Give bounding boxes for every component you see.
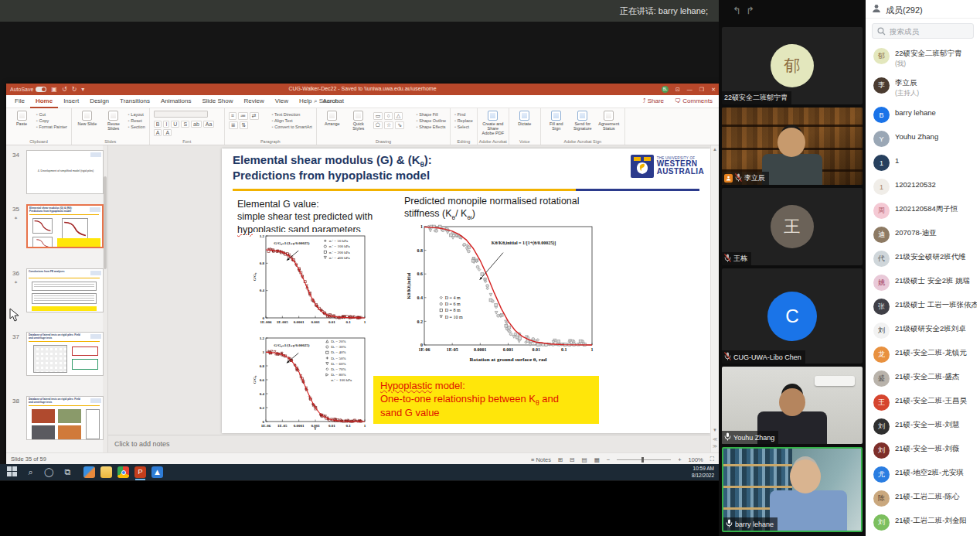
member-row[interactable]: 周1202120584周子恒 (866, 200, 980, 224)
shape-button[interactable]: ⇅ (240, 121, 249, 129)
font-button-A[interactable]: A (163, 129, 172, 136)
ribbon-button-reuse-slides[interactable]: Reuse Slides (102, 111, 125, 131)
ribbon-button-text-direction[interactable]: Text Direction (272, 112, 312, 117)
menu-tab-design[interactable]: Design (84, 95, 114, 108)
member-row[interactable]: 张21级硕士 工岩一班张依杰 (866, 295, 980, 319)
ribbon-button-new-slide[interactable]: New Slide (76, 111, 99, 126)
view-normal-icon[interactable]: ⊞ (558, 456, 563, 463)
zoom-slider[interactable] (617, 459, 671, 460)
view-slideshow-icon[interactable]: ▦ (594, 456, 600, 463)
slide-thumbnail-38[interactable]: Database of lateral tests on rigid piles… (26, 396, 104, 440)
ribbon-button-select[interactable]: Select (454, 125, 473, 129)
share-button[interactable]: ⤴ Share (642, 97, 664, 104)
member-row[interactable]: 迪207078-迪亚 (866, 224, 980, 248)
ribbon-button-find[interactable]: Find (454, 112, 473, 117)
menu-tab-insert[interactable]: Insert (58, 95, 84, 108)
cortana-icon[interactable]: ◯ (43, 466, 55, 478)
ribbon-button-quick-styles[interactable]: Quick Styles (347, 111, 370, 131)
member-row[interactable]: 刘21硕-工岩二班-刘金阳 (866, 511, 980, 535)
ribbon-button-copy[interactable]: Copy (36, 118, 67, 123)
font-button-S[interactable]: S (181, 121, 189, 128)
shape-button[interactable]: ⇄ (250, 112, 259, 120)
member-row[interactable]: 郁22硕安全二班郁宁胄(我) (866, 45, 980, 74)
ribbon-button-section[interactable]: Section (128, 125, 145, 129)
taskbar-clock[interactable]: 10:59 AM 8/12/2022 (692, 466, 714, 479)
font-button-Aa[interactable]: Aa (203, 121, 215, 128)
member-row[interactable]: 11 (866, 152, 980, 176)
slide-thumbnail-35[interactable]: Elemental shear modulus (G) & (Kθ): Pred… (26, 204, 104, 248)
restore-button[interactable]: ❐ (699, 87, 704, 93)
app-icon-tencent[interactable] (83, 466, 95, 478)
shape-button[interactable]: △ (394, 112, 403, 120)
video-tile-1[interactable]: 郁22硕安全二班郁宁胄 (722, 27, 863, 104)
view-reading-icon[interactable]: ▤ (582, 456, 587, 463)
slide-thumbnail-34[interactable]: 4. Development of simplified model (rigi… (26, 150, 104, 194)
prev-next-slide-buttons[interactable]: ≪≫ (713, 436, 717, 449)
slide-thumbnail-37[interactable]: Database of lateral tests on rigid piles… (26, 332, 104, 376)
shape-button[interactable]: ▭ (373, 112, 383, 120)
menu-tab-home[interactable]: Home (30, 95, 58, 108)
member-row[interactable]: 代21级安全硕研2班代维 (866, 248, 980, 271)
video-tile-3[interactable]: 王王栋 (722, 188, 863, 265)
fit-to-window-icon[interactable]: ⛶ (710, 456, 714, 463)
app-icon-powerpoint[interactable]: P (134, 466, 146, 478)
zoom-level[interactable]: 100% (689, 456, 703, 463)
menu-tab-animations[interactable]: Animations (155, 95, 197, 108)
ribbon-button-reset[interactable]: Reset (128, 118, 145, 123)
ribbon-button-arrange[interactable]: Arrange (321, 111, 344, 126)
video-tile-2[interactable]: 李立辰 (722, 108, 863, 185)
ribbon-button-cut[interactable]: Cut (36, 112, 67, 117)
scroll-down-icon[interactable]: ▼ (713, 428, 717, 432)
zoom-in-icon[interactable]: + (678, 456, 681, 463)
ribbon-button-layout[interactable]: Layout (128, 112, 145, 117)
shape-button[interactable]: ☆ (384, 121, 393, 129)
app-icon-file-explorer[interactable] (100, 466, 112, 478)
ribbon-button-fill-and-sign[interactable]: Fill and Sign (545, 111, 568, 131)
member-row[interactable]: 李李立辰(主持人) (866, 74, 980, 104)
member-list[interactable]: 郁22硕安全二班郁宁胄(我)李李立辰(主持人)Bbarry lehaneYYou… (866, 45, 980, 536)
video-tile-5[interactable]: >Youhu Zhang (722, 367, 863, 444)
menu-tab-review[interactable]: Review (238, 95, 269, 108)
task-view-icon[interactable]: ⧉ (62, 466, 73, 478)
shape-button[interactable]: ≔ (238, 112, 248, 120)
video-tile-6[interactable]: >barry lehane (722, 447, 863, 532)
member-row[interactable]: 11202120532 (866, 176, 980, 200)
zoom-out-icon[interactable]: − (607, 456, 610, 463)
shape-button[interactable]: ≣ (229, 121, 238, 129)
close-button[interactable]: ✕ (711, 87, 716, 93)
meeting-arrows-icon[interactable]: ↰↱ (733, 5, 759, 16)
member-search-box[interactable] (872, 23, 974, 39)
shape-button[interactable]: ⬠ (373, 121, 383, 129)
scroll-up-icon[interactable]: ▲ (713, 147, 717, 152)
font-button-I[interactable]: I (163, 121, 169, 128)
ribbon-button-create-and-share-adobe-pdf[interactable]: Create and Share Adobe PDF (481, 111, 505, 135)
menu-tab-view[interactable]: View (270, 95, 294, 108)
slide-thumbnail-panel[interactable]: 344. Development of simplified model (ri… (6, 145, 108, 452)
menu-tab-file[interactable]: File (9, 95, 30, 108)
shape-button[interactable]: ○ (384, 112, 392, 120)
video-tile-4[interactable]: CCUG-UWA-Libo Chen (722, 268, 863, 364)
member-row[interactable]: 尤21硕-地空2班-尤安琪 (866, 463, 980, 487)
ribbon-button-send-for-signature[interactable]: Send for Signature (571, 111, 594, 131)
notes-pane[interactable]: Click to add notes (108, 435, 710, 452)
notes-toggle-button[interactable]: ≡ Notes (531, 456, 551, 463)
app-icon-chrome[interactable] (117, 466, 129, 478)
menu-tab-transitions[interactable]: Transitions (114, 95, 155, 108)
ribbon-button-shape-fill[interactable]: Shape Fill (417, 112, 446, 117)
slide-scrollbar[interactable]: ▲ ▼ ≪≫ (710, 145, 719, 452)
ribbon-options-icon[interactable]: ⊡ (675, 87, 680, 93)
minimize-button[interactable]: — (687, 87, 692, 92)
app-icon-voov[interactable]: ▲ (151, 466, 163, 478)
taskbar-search-icon[interactable]: ⌕ (25, 466, 36, 478)
member-row[interactable]: 姚21级硕士 安全2班 姚瑞 (866, 271, 980, 295)
ribbon-button-format-painter[interactable]: Format Painter (36, 125, 67, 129)
ribbon-button-paste[interactable]: Paste (10, 111, 33, 126)
comments-button[interactable]: 🗨 Comments (675, 97, 713, 104)
font-name-box[interactable] (154, 111, 208, 118)
member-row[interactable]: 刘21硕-安全一班-刘薇 (866, 439, 980, 463)
ribbon-button-replace[interactable]: Replace (454, 118, 473, 123)
member-row[interactable]: 王21硕-安全二班-王昌昊 (866, 391, 980, 415)
member-row[interactable]: YYouhu Zhang (866, 128, 980, 152)
member-row[interactable]: 刘21级硕研安全2班刘卓 (866, 319, 980, 343)
ribbon-button-convert-to-smartart[interactable]: Convert to SmartArt (272, 125, 312, 129)
